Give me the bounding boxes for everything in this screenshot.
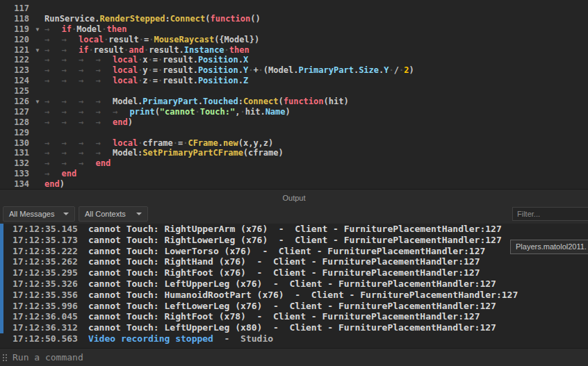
roblox-studio-script-view: 117118RunService.RenderStepped:Connect(f… [0,0,588,366]
line-number[interactable]: 118 [0,14,31,24]
log-context: - Client - FurniturePlacementHandler:127 [246,267,480,278]
code-line[interactable]: 127→→→→→print("cannot·Touch:",·hit.Name) [0,107,588,117]
tab-whitespace-icon: → [44,158,62,169]
line-number[interactable]: 133 [0,169,31,179]
log-row[interactable]: 17:12:35.145cannot Touch: RightUpperArm … [0,224,588,235]
tab-whitespace-icon: → [96,107,113,117]
code-token: y [142,65,147,75]
line-number[interactable]: 126 [0,97,31,107]
code-token: if [79,45,88,55]
code-token: cframe [142,138,172,148]
code-token: · [259,65,263,75]
line-number[interactable]: 129 [0,128,31,138]
code-text: →→→→Model:SetPrimaryPartCFrame(cframe) [44,148,284,158]
code-text: →→→→→print("cannot·Touch:",·hit.Name) [44,107,291,117]
code-token: (x,y,z) [238,138,274,148]
tab-whitespace-icon: → [79,158,96,169]
line-number[interactable]: 121 [0,45,31,56]
code-line[interactable]: 125 [0,86,588,97]
log-row[interactable]: 17:12:35.326cannot Touch: LeftUpperLeg (… [0,278,588,290]
line-number[interactable]: 131 [0,148,31,158]
tab-whitespace-icon: → [79,55,96,65]
code-line[interactable]: 134end) [0,179,588,189]
log-row[interactable]: 17:12:35.173cannot Touch: RightLowerLeg … [0,235,588,246]
code-line[interactable]: 123→→→→local·y·=·result.Position.Y·+·(Mo… [0,65,588,76]
log-row[interactable]: 17:12:35.295cannot Touch: RightFoot (x76… [0,267,588,278]
line-number[interactable]: 122 [0,55,31,65]
log-group-indicator [0,224,3,333]
code-line[interactable]: 128→→→→end) [0,117,588,128]
log-timestamp: 17:12:35.996 [13,301,78,311]
code-line[interactable]: 130→→→→local·cframe·=·CFrame.new(x,y,z) [0,138,588,149]
log-message: cannot Touch: HumanoidRootPart (x76) [88,290,284,300]
log-message: cannot Touch: LowerTorso (x76) [88,246,252,256]
log-row[interactable]: 17:12:35.222cannot Touch: LowerTorso (x7… [0,246,588,257]
all-messages-dropdown[interactable]: All Messages [3,206,75,222]
code-line[interactable]: 121▼→→if·result·and·result.Instance·then [0,45,588,56]
log-row[interactable]: 17:12:35.356cannot Touch: HumanoidRootPa… [0,290,588,301]
line-number[interactable]: 120 [0,35,31,45]
log-row[interactable]: 17:12:35.262cannot Touch: RightHand (x76… [0,256,588,267]
log-row[interactable]: 17:12:36.045cannot Touch: RightFoot (x78… [0,311,588,322]
line-number[interactable]: 128 [0,117,31,128]
code-text: end) [44,179,65,189]
code-token: Z [243,76,248,85]
code-line[interactable]: 118RunService.RenderStepped:Connect(func… [0,14,588,24]
code-token: result [108,35,138,44]
tab-whitespace-icon: → [62,117,79,128]
command-input[interactable] [10,349,580,366]
line-number[interactable]: 130 [0,138,31,149]
line-number[interactable]: 134 [0,179,31,189]
fold-arrow-icon[interactable]: ▼ [31,97,44,107]
tab-whitespace-icon: → [62,45,79,56]
code-line[interactable]: 117 [0,3,588,14]
fold-arrow-icon[interactable]: ▼ [31,45,44,56]
line-number[interactable]: 127 [0,107,31,117]
code-token: Model: [113,148,142,158]
fold-arrow-icon[interactable]: ▼ [31,24,44,35]
script-editor[interactable]: 117118RunService.RenderStepped:Connect(f… [0,0,588,189]
code-line[interactable]: 129 [0,128,588,138]
code-token: ( [278,97,283,106]
code-token: hit. [245,107,266,117]
fold-gutter [31,3,44,14]
code-line[interactable]: 131→→→→Model:SetPrimaryPartCFrame(cframe… [0,148,588,158]
tab-whitespace-icon: → [62,35,79,45]
code-line[interactable]: 120→→local·result·=·MouseRaycast({Model}… [0,35,588,45]
line-number[interactable]: 132 [0,158,31,169]
tab-whitespace-icon: → [96,148,113,158]
log-row[interactable]: 17:12:50.563Video recording stopped - St… [0,333,588,344]
filter-input[interactable] [512,207,588,221]
code-line[interactable]: 124→→→→local·z·=·result.Position.Z [0,76,588,86]
code-line[interactable]: 132→→→end [0,158,588,169]
command-bar [0,348,588,366]
code-line[interactable]: 119▼→if·Model·then [0,24,588,35]
output-log[interactable]: 17:12:35.145cannot Touch: RightUpperArm … [0,224,588,348]
log-message: cannot Touch: LeftLowerLeg (x76) [88,301,262,311]
code-token: · [101,24,106,34]
code-line[interactable]: 122→→→→local·x·=·result.Position.X [0,55,588,65]
all-contexts-dropdown[interactable]: All Contexts [79,206,148,222]
log-timestamp: 17:12:35.222 [13,246,78,256]
line-number[interactable]: 123 [0,65,31,76]
code-token: local [113,65,138,75]
log-message: cannot Touch: LeftUpperLeg (x80) [88,322,262,333]
output-panel-header[interactable]: Output [0,189,588,204]
tab-whitespace-icon: → [62,76,79,86]
log-row[interactable]: 17:12:36.312cannot Touch: LeftUpperLeg (… [0,322,588,333]
line-number[interactable]: 117 [0,3,31,14]
code-token: . [198,97,203,106]
fold-gutter [31,14,44,24]
code-line[interactable]: 126▼→→→→Model.PrimaryPart.Touched:Connec… [0,97,588,107]
drag-handle-icon[interactable] [3,354,4,356]
line-number[interactable]: 124 [0,76,31,86]
code-token: · [389,65,394,75]
code-token: · [88,45,93,55]
code-line[interactable]: 133→end [0,169,588,179]
code-text: →if·Model·then [44,24,126,35]
line-number[interactable]: 125 [0,86,31,97]
code-token: X [243,55,248,65]
line-number[interactable]: 119 [0,24,31,35]
log-row[interactable]: 17:12:35.996cannot Touch: LeftLowerLeg (… [0,301,588,312]
tab-whitespace-icon: → [44,45,62,56]
